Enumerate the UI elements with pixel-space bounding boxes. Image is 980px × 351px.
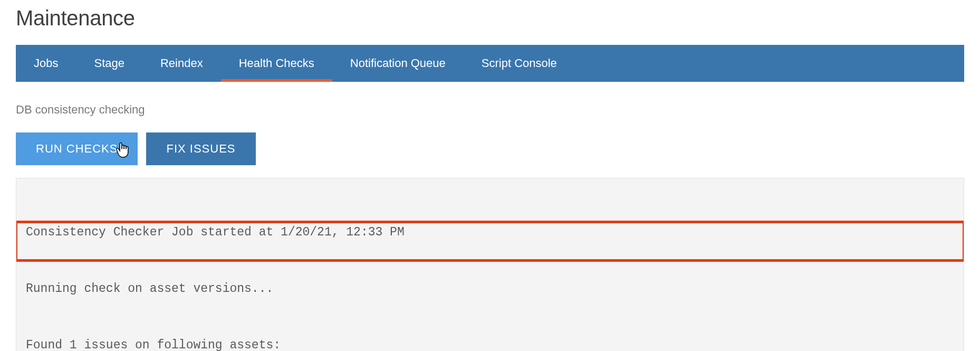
- tab-script-console[interactable]: Script Console: [464, 45, 575, 82]
- page-title: Maintenance: [16, 6, 964, 30]
- console-line: Running check on asset versions...: [26, 280, 954, 299]
- button-row: RUN CHECKS FIX ISSUES: [16, 132, 964, 165]
- console-output: Consistency Checker Job started at 1/20/…: [16, 178, 964, 351]
- tab-notification-queue[interactable]: Notification Queue: [332, 45, 464, 82]
- tabbar: Jobs Stage Reindex Health Checks Notific…: [16, 45, 964, 82]
- console-line: Found 1 issues on following assets:: [26, 336, 954, 351]
- run-checks-button[interactable]: RUN CHECKS: [16, 132, 138, 165]
- section-subtitle: DB consistency checking: [16, 103, 964, 117]
- tab-stage[interactable]: Stage: [76, 45, 142, 82]
- tab-health-checks[interactable]: Health Checks: [221, 45, 332, 82]
- tab-jobs[interactable]: Jobs: [16, 45, 76, 82]
- tab-reindex[interactable]: Reindex: [142, 45, 221, 82]
- fix-issues-button[interactable]: FIX ISSUES: [146, 132, 255, 165]
- console-line: Consistency Checker Job started at 1/20/…: [26, 223, 954, 242]
